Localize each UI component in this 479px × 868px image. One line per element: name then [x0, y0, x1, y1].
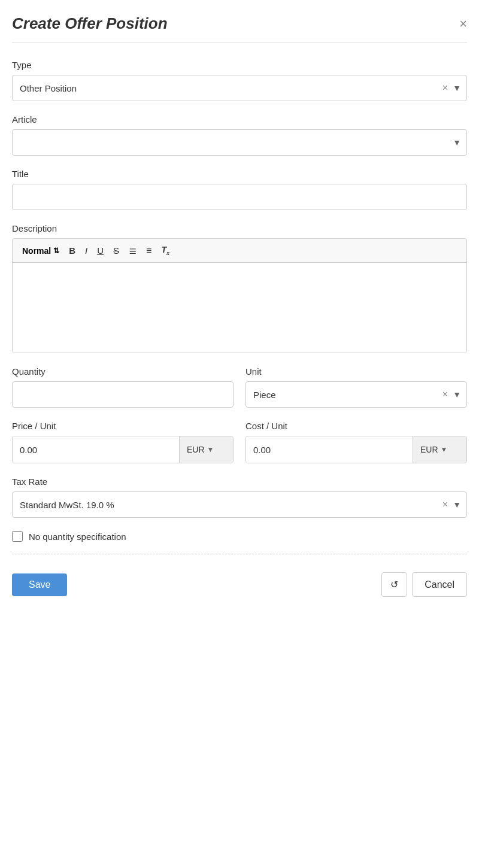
cost-currency-select[interactable]: EUR ▼	[413, 436, 466, 463]
quantity-input[interactable]	[12, 381, 234, 408]
cost-unit-input-wrapper: EUR ▼	[245, 436, 467, 463]
unordered-list-icon: ≡	[146, 245, 151, 256]
modal-title: Create Offer Position	[12, 14, 168, 33]
type-label: Type	[12, 60, 467, 70]
close-button[interactable]: ×	[459, 17, 467, 31]
tax-rate-field-group: Tax Rate Standard MwSt. 19.0 % × ▼	[12, 477, 467, 518]
title-field-group: Title	[12, 169, 467, 210]
price-currency-select[interactable]: EUR ▼	[179, 436, 233, 463]
toolbar-normal-select[interactable]: Normal ⇅	[19, 244, 63, 258]
toolbar-ordered-list-button[interactable]: ≣	[125, 242, 140, 259]
unit-clear-icon[interactable]: ×	[442, 389, 448, 400]
unit-col: Unit Piece × ▼	[245, 366, 467, 408]
cancel-button[interactable]: Cancel	[412, 572, 467, 597]
price-unit-col: Price / Unit EUR ▼	[12, 421, 234, 463]
unit-label: Unit	[245, 366, 467, 377]
footer-right-buttons: ↺ Cancel	[381, 572, 467, 597]
cost-unit-input[interactable]	[246, 436, 413, 463]
article-select-wrapper: ▼	[12, 129, 467, 156]
type-select[interactable]: Other Position	[12, 75, 467, 101]
price-unit-input[interactable]	[13, 436, 179, 463]
toolbar-italic-button[interactable]: I	[81, 243, 91, 258]
cost-unit-col: Cost / Unit EUR ▼	[245, 421, 467, 463]
tax-rate-clear-icon[interactable]: ×	[442, 499, 448, 510]
price-currency-label: EUR	[187, 445, 205, 454]
reset-button[interactable]: ↺	[381, 572, 407, 597]
toolbar-strikethrough-button[interactable]: S	[110, 243, 123, 258]
article-field-group: Article ▼	[12, 114, 467, 156]
tax-rate-label: Tax Rate	[12, 477, 467, 487]
cost-currency-label: EUR	[420, 445, 438, 454]
bold-icon: B	[69, 245, 75, 256]
toolbar-normal-arrows-icon: ⇅	[53, 247, 59, 255]
unit-select[interactable]: Piece	[245, 381, 467, 408]
price-cost-row: Price / Unit EUR ▼ Cost / Unit EUR ▼	[12, 421, 467, 463]
no-quantity-checkbox[interactable]	[12, 531, 23, 542]
description-field-group: Description Normal ⇅ B I U S	[12, 223, 467, 353]
quantity-unit-row: Quantity Unit Piece × ▼	[12, 366, 467, 408]
cost-unit-label: Cost / Unit	[245, 421, 467, 431]
price-unit-input-wrapper: EUR ▼	[12, 436, 234, 463]
type-clear-icon[interactable]: ×	[442, 83, 448, 93]
article-select[interactable]	[12, 129, 467, 156]
quantity-label: Quantity	[12, 366, 234, 377]
cost-currency-chevron-down-icon: ▼	[441, 445, 448, 454]
underline-icon: U	[97, 245, 104, 256]
tax-rate-select[interactable]: Standard MwSt. 19.0 %	[12, 491, 467, 518]
type-field-group: Type Other Position × ▼	[12, 60, 467, 101]
create-offer-position-modal: Create Offer Position × Type Other Posit…	[0, 0, 479, 609]
quantity-col: Quantity	[12, 366, 234, 408]
no-quantity-label: No quantity specification	[29, 532, 126, 542]
description-label: Description	[12, 223, 467, 233]
toolbar-clear-format-button[interactable]: Tx	[157, 242, 173, 259]
title-input[interactable]	[12, 184, 467, 210]
toolbar-normal-label: Normal	[22, 246, 51, 256]
clear-format-icon: Tx	[161, 245, 169, 256]
strikethrough-icon: S	[113, 245, 119, 256]
article-label: Article	[12, 114, 467, 125]
editor-toolbar: Normal ⇅ B I U S ≣ ≡	[13, 239, 466, 263]
toolbar-underline-button[interactable]: U	[93, 243, 107, 258]
price-currency-chevron-down-icon: ▼	[207, 445, 214, 454]
description-editor-content[interactable]	[13, 263, 466, 353]
italic-icon: I	[85, 245, 87, 256]
toolbar-unordered-list-button[interactable]: ≡	[143, 243, 155, 259]
modal-header: Create Offer Position ×	[12, 14, 467, 43]
save-button[interactable]: Save	[12, 573, 67, 596]
no-quantity-checkbox-wrapper: No quantity specification	[12, 531, 467, 542]
tax-rate-select-wrapper: Standard MwSt. 19.0 % × ▼	[12, 491, 467, 518]
modal-footer: Save ↺ Cancel	[12, 566, 467, 597]
type-select-wrapper: Other Position × ▼	[12, 75, 467, 101]
title-label: Title	[12, 169, 467, 179]
description-editor-wrapper: Normal ⇅ B I U S ≣ ≡	[12, 238, 467, 353]
footer-divider	[12, 554, 467, 554]
ordered-list-icon: ≣	[129, 245, 137, 256]
toolbar-bold-button[interactable]: B	[65, 243, 79, 258]
unit-select-wrapper: Piece × ▼	[245, 381, 467, 408]
price-unit-label: Price / Unit	[12, 421, 234, 431]
